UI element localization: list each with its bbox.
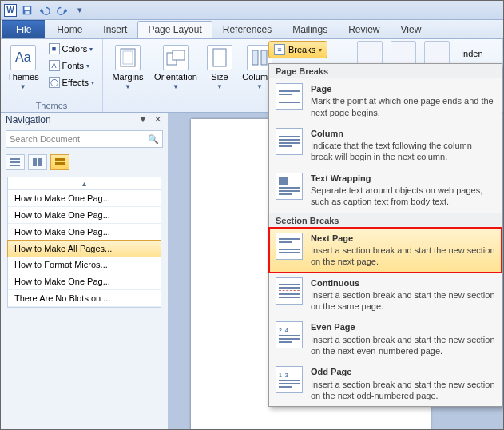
tab-review[interactable]: Review: [338, 21, 390, 38]
svg-rect-13: [33, 158, 37, 166]
svg-rect-8: [252, 50, 258, 65]
continuous-break-icon: [276, 277, 303, 305]
nav-dropdown-icon[interactable]: ▼: [137, 114, 149, 125]
nav-item[interactable]: How to Make One Pag...: [8, 273, 161, 290]
search-icon: 🔍: [148, 134, 159, 145]
themes-label: Themes: [7, 72, 39, 82]
nav-list: ▴ How to Make One Pag... How to Make One…: [7, 177, 161, 308]
evenpage-break-icon: 2 4: [276, 321, 303, 348]
colors-label: Colors: [62, 44, 88, 54]
textwrap-break-icon: [276, 173, 303, 200]
break-column[interactable]: ColumnIndicate that the text following t…: [269, 123, 502, 168]
themes-icon: Aa: [10, 45, 36, 70]
break-even-page[interactable]: 2 4 Even PageInsert a section break and …: [269, 317, 502, 361]
app-icon: W: [4, 4, 17, 17]
nav-item[interactable]: How to Make One Pag...: [8, 190, 161, 207]
break-odd-page[interactable]: 1 3 Odd PageInsert a section break and s…: [269, 361, 502, 406]
break-column-desc: Indicate that the text following the col…: [311, 140, 495, 163]
indent-label: Inden: [461, 49, 483, 58]
navigation-pane: Navigation ▼ ✕ Search Document 🔍 ▴ How t…: [1, 113, 169, 429]
nav-item-selected[interactable]: How to Make All Pages...: [7, 240, 161, 257]
nav-item[interactable]: How to Make One Pag...: [8, 207, 161, 224]
margins-button[interactable]: Margins▼: [108, 41, 148, 94]
tab-references[interactable]: References: [212, 21, 282, 38]
break-textwrap-title: Text Wrapping: [311, 173, 495, 184]
nextpage-break-icon: [276, 233, 303, 260]
undo-button[interactable]: [38, 3, 52, 18]
breaks-button[interactable]: ≡ Breaks ▾: [268, 41, 327, 58]
section-breaks-header: Section Breaks: [269, 213, 502, 228]
size-button[interactable]: Size▼: [204, 41, 236, 94]
margins-label: Margins: [112, 72, 143, 82]
redo-button[interactable]: [55, 3, 69, 18]
size-label: Size: [211, 72, 228, 82]
theme-fonts-button[interactable]: AFonts▾: [46, 58, 97, 74]
margins-icon: [115, 45, 141, 70]
breaks-label: Breaks: [288, 45, 315, 54]
qat-customize[interactable]: ▾: [73, 3, 87, 18]
size-icon: [207, 45, 232, 70]
column-break-icon: [276, 128, 303, 155]
tab-view[interactable]: View: [391, 21, 432, 38]
svg-rect-2: [25, 10, 29, 14]
svg-rect-7: [213, 49, 226, 66]
page-break-icon: [276, 83, 303, 110]
search-placeholder: Search Document: [10, 134, 80, 144]
svg-rect-6: [173, 50, 185, 60]
break-evenpage-desc: Insert a section break and start the new…: [311, 334, 495, 357]
break-page[interactable]: PageMark the point at which one page end…: [269, 78, 502, 123]
search-input[interactable]: Search Document 🔍: [6, 130, 163, 148]
save-button[interactable]: [20, 3, 34, 18]
theme-effects-button[interactable]: ◯Effects▾: [46, 74, 97, 90]
break-evenpage-title: Even Page: [311, 321, 495, 332]
nav-view-pages[interactable]: [28, 154, 47, 170]
break-continuous-desc: Insert a section break and start the new…: [311, 289, 495, 313]
nav-item[interactable]: There Are No Blots on ...: [8, 290, 161, 307]
break-oddpage-desc: Insert a section break and start the new…: [311, 379, 495, 402]
svg-rect-12: [10, 165, 20, 166]
navigation-title: Navigation: [6, 114, 51, 125]
svg-rect-10: [10, 158, 20, 160]
nav-view-headings[interactable]: [6, 154, 25, 170]
nav-item[interactable]: How to Make One Pag...: [8, 224, 161, 241]
svg-rect-16: [55, 162, 65, 165]
theme-colors-button[interactable]: ■Colors▾: [46, 41, 97, 57]
effects-icon: ◯: [49, 77, 60, 88]
nav-collapse-icon[interactable]: ▴: [8, 177, 161, 190]
orientation-label: Orientation: [154, 72, 197, 82]
breaks-icon: ≡: [274, 44, 285, 55]
nav-close-icon[interactable]: ✕: [152, 114, 163, 125]
break-oddpage-title: Odd Page: [311, 366, 495, 377]
svg-rect-14: [38, 158, 42, 166]
nav-view-results[interactable]: [50, 154, 69, 170]
group-themes: Aa Themes ▼ ■Colors▾ AFonts▾ ◯Effects▾ T…: [1, 39, 103, 112]
nav-item[interactable]: How to Format Micros...: [8, 257, 161, 273]
break-column-title: Column: [311, 128, 495, 139]
effects-label: Effects: [62, 78, 89, 87]
group-label-themes: Themes: [6, 100, 97, 112]
quick-access-toolbar: W ▾: [1, 1, 503, 20]
orientation-button[interactable]: Orientation▼: [151, 41, 200, 94]
break-nextpage-title: Next Page: [311, 233, 495, 244]
oddpage-break-icon: 1 3: [276, 366, 303, 393]
svg-rect-9: [261, 50, 267, 65]
orientation-icon: [163, 45, 189, 70]
fonts-label: Fonts: [62, 61, 85, 70]
tab-file[interactable]: File: [2, 20, 45, 38]
break-page-title: Page: [311, 83, 495, 94]
ribbon-tabs: File Home Insert Page Layout References …: [1, 20, 503, 39]
tab-mailings[interactable]: Mailings: [282, 21, 338, 38]
tab-home[interactable]: Home: [46, 21, 93, 38]
themes-button[interactable]: Aa Themes ▼: [6, 41, 41, 94]
tab-page-layout[interactable]: Page Layout: [137, 21, 212, 38]
breaks-dropdown: Page Breaks PageMark the point at which …: [268, 63, 502, 407]
break-textwrap-desc: Separate text around objects on web page…: [311, 185, 495, 208]
break-page-desc: Mark the point at which one page ends an…: [311, 95, 495, 118]
break-continuous[interactable]: ContinuousInsert a section break and sta…: [269, 273, 502, 317]
fonts-icon: A: [49, 60, 60, 71]
break-text-wrapping[interactable]: Text WrappingSeparate text around object…: [269, 168, 502, 213]
svg-rect-11: [10, 161, 20, 163]
svg-rect-15: [55, 158, 65, 161]
break-next-page[interactable]: Next PageInsert a section break and star…: [269, 228, 502, 273]
tab-insert[interactable]: Insert: [93, 21, 137, 38]
